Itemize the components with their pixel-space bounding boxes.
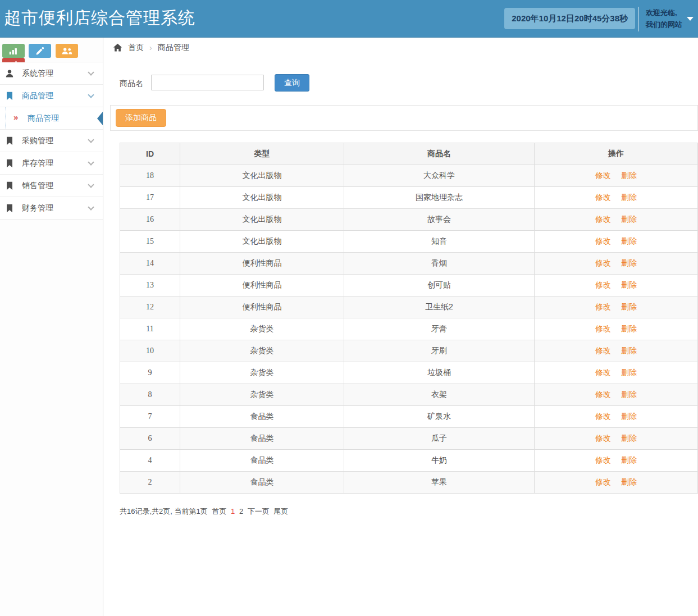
breadcrumb-current: 商品管理 [158, 43, 189, 53]
pagination-next[interactable]: 下一页 [248, 507, 270, 515]
pagination-page-2[interactable]: 2 [239, 507, 243, 515]
chevron-down-icon [88, 204, 94, 210]
user-dropdown[interactable]: 欢迎光临, 我们的网站 [638, 7, 682, 31]
edit-link[interactable]: 修改 [595, 346, 611, 355]
delete-link[interactable]: 删除 [621, 434, 637, 442]
bookmark-icon [5, 136, 14, 145]
chevron-down-icon[interactable] [687, 17, 694, 21]
cell-name: 瓜子 [344, 428, 535, 450]
table-toolbar: 添加商品 [110, 105, 698, 131]
delete-link[interactable]: 删除 [621, 236, 637, 245]
edit-link[interactable]: 修改 [595, 171, 611, 180]
chevron-down-icon [88, 92, 94, 98]
sidebar-item-sales[interactable]: 销售管理 [0, 175, 103, 197]
user-icon [5, 69, 14, 78]
pagination-last[interactable]: 尾页 [273, 507, 288, 515]
pagination-page-1[interactable]: 1 [231, 507, 235, 515]
column-header-type: 类型 [180, 143, 344, 165]
delete-link[interactable]: 删除 [621, 280, 637, 289]
delete-link[interactable]: 删除 [621, 368, 637, 377]
sidebar-item-purchase[interactable]: 采购管理 [0, 130, 103, 152]
cell-id: 11 [120, 318, 180, 340]
delete-link[interactable]: 删除 [621, 193, 637, 202]
pagination-first[interactable]: 首页 [212, 507, 226, 515]
sidebar: 系统管理 商品管理 » 商品管理 采购管理 库存管理 销售管理 [0, 38, 103, 616]
breadcrumb-home[interactable]: 首页 [128, 43, 144, 53]
edit-link[interactable]: 修改 [595, 368, 611, 377]
users-button[interactable] [56, 44, 78, 58]
edit-link[interactable]: 修改 [595, 193, 611, 202]
welcome-text-line1: 欢迎光临, [646, 7, 682, 19]
cell-id: 9 [120, 362, 180, 384]
delete-link[interactable]: 删除 [621, 258, 637, 267]
cell-id: 6 [120, 428, 180, 450]
delete-link[interactable]: 删除 [621, 477, 637, 486]
delete-link[interactable]: 删除 [621, 324, 637, 333]
app-header: 超市便利店综合管理系统 2020年10月12日20时45分38秒 欢迎光临, 我… [0, 0, 698, 38]
cell-type: 食品类 [180, 472, 344, 494]
sidebar-item-inventory[interactable]: 库存管理 [0, 152, 103, 175]
sidebar-item-label: 商品管理 [22, 91, 53, 101]
edit-link[interactable]: 修改 [595, 455, 611, 464]
cell-name: 故事会 [344, 209, 535, 231]
pencil-button[interactable] [29, 44, 51, 58]
cell-id: 15 [120, 231, 180, 253]
table-row: 15 文化出版物 知音 修改 删除 [120, 231, 698, 253]
delete-link[interactable]: 删除 [621, 215, 637, 223]
edit-link[interactable]: 修改 [595, 324, 611, 333]
cell-id: 17 [120, 187, 180, 209]
query-button[interactable]: 查询 [275, 74, 309, 92]
bookmark-icon [5, 92, 14, 101]
cell-id: 7 [120, 406, 180, 428]
sidebar-subitem-goods[interactable]: » 商品管理 [0, 107, 103, 130]
cell-name: 牙刷 [344, 340, 535, 362]
edit-link[interactable]: 修改 [595, 390, 611, 399]
edit-link[interactable]: 修改 [595, 434, 611, 442]
table-row: 9 杂货类 垃圾桶 修改 删除 [120, 362, 698, 384]
cell-type: 杂货类 [180, 362, 344, 384]
cell-actions: 修改 删除 [535, 275, 698, 296]
cell-type: 便利性商品 [180, 253, 344, 275]
edit-link[interactable]: 修改 [595, 280, 611, 289]
cell-id: 18 [120, 165, 180, 187]
edit-link[interactable]: 修改 [595, 412, 611, 421]
table-row: 6 食品类 瓜子 修改 删除 [120, 428, 698, 450]
search-label: 商品名 [120, 79, 143, 89]
chevron-down-icon [88, 159, 94, 165]
sidebar-item-finance[interactable]: 财务管理 [0, 197, 103, 220]
cell-id: 2 [120, 472, 180, 494]
edit-link[interactable]: 修改 [595, 236, 611, 245]
cell-actions: 修改 删除 [535, 165, 698, 187]
delete-link[interactable]: 删除 [621, 412, 637, 421]
cell-name: 牛奶 [344, 450, 535, 472]
sidebar-menu: 系统管理 商品管理 » 商品管理 采购管理 库存管理 销售管理 [0, 62, 103, 220]
cell-actions: 修改 删除 [535, 318, 698, 340]
home-icon[interactable] [113, 43, 122, 52]
column-header-id: ID [120, 143, 180, 165]
edit-link[interactable]: 修改 [595, 215, 611, 223]
cell-id: 4 [120, 450, 180, 472]
bar-chart-button[interactable] [2, 44, 25, 58]
goods-name-input[interactable] [151, 75, 264, 90]
table-row: 7 食品类 矿泉水 修改 删除 [120, 406, 698, 428]
edit-link[interactable]: 修改 [595, 477, 611, 486]
sidebar-item-goods[interactable]: 商品管理 [0, 85, 103, 107]
cell-id: 10 [120, 340, 180, 362]
bar-chart-icon [10, 47, 18, 55]
delete-link[interactable]: 删除 [621, 302, 637, 311]
delete-link[interactable]: 删除 [621, 455, 637, 464]
pencil-icon [36, 47, 44, 55]
cell-name: 牙膏 [344, 318, 535, 340]
delete-link[interactable]: 删除 [621, 171, 637, 180]
pagination-summary: 共16记录,共2页, 当前第1页 [120, 507, 208, 515]
sidebar-item-system[interactable]: 系统管理 [0, 62, 103, 85]
goods-table-body: 18 文化出版物 大众科学 修改 删除 17 文化出版物 国家地理杂志 修改 删… [120, 165, 698, 494]
delete-link[interactable]: 删除 [621, 346, 637, 355]
edit-link[interactable]: 修改 [595, 258, 611, 267]
delete-link[interactable]: 删除 [621, 390, 637, 399]
cell-actions: 修改 删除 [535, 362, 698, 384]
edit-link[interactable]: 修改 [595, 302, 611, 311]
sidebar-item-label: 财务管理 [22, 203, 53, 213]
cell-name: 知音 [344, 231, 535, 253]
add-goods-button[interactable]: 添加商品 [116, 109, 166, 127]
